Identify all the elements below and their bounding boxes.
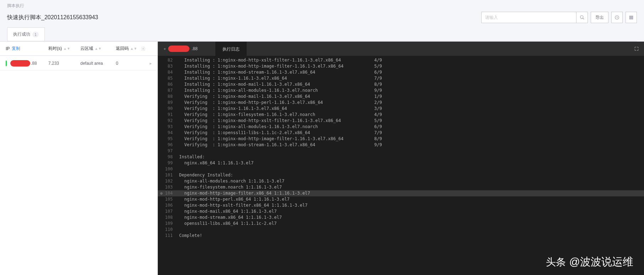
svg-rect-5	[629, 18, 633, 19]
sort-icon[interactable]: ▲▼	[63, 48, 70, 49]
table-row[interactable]: .88 7.233 default area 0 ▸	[0, 56, 157, 71]
log-line: ●104 nginx-mod-http-image-filter.x86_64 …	[158, 190, 644, 196]
tab-exec-log[interactable]: 执行日志	[215, 42, 247, 56]
ip-suffix: .88	[31, 61, 37, 66]
tab-count-badge: 1	[32, 32, 39, 37]
cell-duration: 7.233	[48, 61, 80, 66]
svg-point-6	[143, 48, 144, 49]
log-line: 105 nginx-mod-http-perl.x86_64 1:1.16.1-…	[158, 196, 644, 202]
log-line: 92 Verifying : 1:nginx-mod-http-xslt-fil…	[158, 118, 644, 124]
col-ip-header: IP	[6, 46, 10, 51]
log-line: 97	[158, 148, 644, 154]
log-line: 96 Verifying : 1:nginx-mod-stream-1.16.1…	[158, 142, 644, 148]
log-line: 100	[158, 166, 644, 172]
host-ip-suffix: .88	[192, 46, 198, 51]
log-line: 99 nginx.x86_64 1:1.16.1-3.el7	[158, 160, 644, 166]
log-line: 101Dependency Installed:	[158, 172, 644, 178]
search-input[interactable]	[482, 12, 576, 23]
gear-icon[interactable]	[141, 46, 152, 51]
col-code-header: 返回码	[116, 46, 129, 52]
sort-icon[interactable]: ▲▼	[95, 48, 102, 49]
log-line: 82 Installing : 1:nginx-mod-http-xslt-fi…	[158, 57, 644, 63]
tab-label: 执行成功	[13, 31, 30, 37]
svg-rect-4	[629, 17, 633, 18]
log-line: 98Installed:	[158, 154, 644, 160]
log-panel: ● .88 执行日志 82 Installing : 1:nginx-mod-h…	[158, 42, 644, 275]
breadcrumb: 脚本执行	[7, 3, 637, 9]
page-title: 快速执行脚本_20201126155633943	[7, 14, 98, 21]
log-line: 106 nginx-mod-http-xslt-filter.x86_64 1:…	[158, 202, 644, 208]
log-line: 110	[158, 227, 644, 233]
host-ip-redacted	[168, 46, 189, 52]
host-table: IP 复制 耗时(s) ▲▼ 云区域 ▲▼ 返回码 ▲▼	[0, 42, 158, 275]
log-line: 93 Verifying : 1:nginx-all-modules-1.16.…	[158, 124, 644, 130]
log-line: 85 Installing : 1:nginx-1.16.1-3.el7.x86…	[158, 75, 644, 81]
log-line: 108 nginx-mod-stream.x86_64 1:1.16.1-3.e…	[158, 215, 644, 221]
search-icon[interactable]	[576, 12, 587, 23]
search-box[interactable]	[481, 12, 588, 23]
cell-code: 0	[116, 61, 141, 66]
log-line: 89 Verifying : 1:nginx-mod-http-perl-1.1…	[158, 100, 644, 106]
fullscreen-icon[interactable]	[629, 46, 644, 51]
log-line: 95 Verifying : 1:nginx-mod-http-image-fi…	[158, 136, 644, 142]
log-line: 107 nginx-mod-mail.x86_64 1:1.16.1-3.el7	[158, 208, 644, 215]
svg-point-0	[580, 16, 583, 18]
log-line: 87 Installing : 1:nginx-all-modules-1.16…	[158, 88, 644, 94]
host-chip: ● .88	[158, 42, 215, 56]
copy-ip-link[interactable]: 复制	[12, 46, 20, 52]
log-line: 109 openssl11-libs.x86_64 1:1.1.1c-2.el7	[158, 221, 644, 227]
log-line: 84 Installing : 1:nginx-mod-stream-1.16.…	[158, 69, 644, 75]
log-line: 102 nginx-all-modules.noarch 1:1.16.1-3.…	[158, 178, 644, 184]
log-line: 91 Verifying : 1:nginx-filesystem-1.16.1…	[158, 112, 644, 118]
ip-redacted	[10, 60, 30, 67]
cell-zone: default area	[80, 61, 116, 66]
col-duration-header: 耗时(s)	[48, 46, 62, 52]
log-line: 86 Installing : 1:nginx-mod-mail-1.16.1-…	[158, 81, 644, 88]
log-line: 83 Installing : 1:nginx-mod-http-image-f…	[158, 63, 644, 69]
svg-line-1	[583, 18, 584, 20]
col-zone-header: 云区域	[80, 46, 93, 52]
sort-icon[interactable]: ▲▼	[130, 48, 137, 49]
svg-rect-3	[629, 16, 633, 17]
play-icon[interactable]: ▸	[141, 61, 152, 66]
log-line: 88 Verifying : 1:nginx-mod-mail-1.16.1-3…	[158, 94, 644, 100]
status-indicator	[6, 60, 7, 66]
log-line: 94 Verifying : 1:openssl11-libs-1.1.1c-2…	[158, 130, 644, 136]
log-line: 103 nginx-filesystem.noarch 1:1.16.1-3.e…	[158, 184, 644, 190]
tab-success[interactable]: 执行成功 1	[7, 27, 45, 41]
clock-icon[interactable]	[611, 12, 623, 23]
log-line: 90 Verifying : 1:nginx-1.16.1-3.el7.x86_…	[158, 106, 644, 112]
log-output[interactable]: 82 Installing : 1:nginx-mod-http-xslt-fi…	[158, 56, 644, 275]
log-line: 111Complete!	[158, 233, 644, 239]
settings-icon[interactable]	[626, 12, 637, 23]
export-button[interactable]: 导出	[591, 12, 608, 23]
